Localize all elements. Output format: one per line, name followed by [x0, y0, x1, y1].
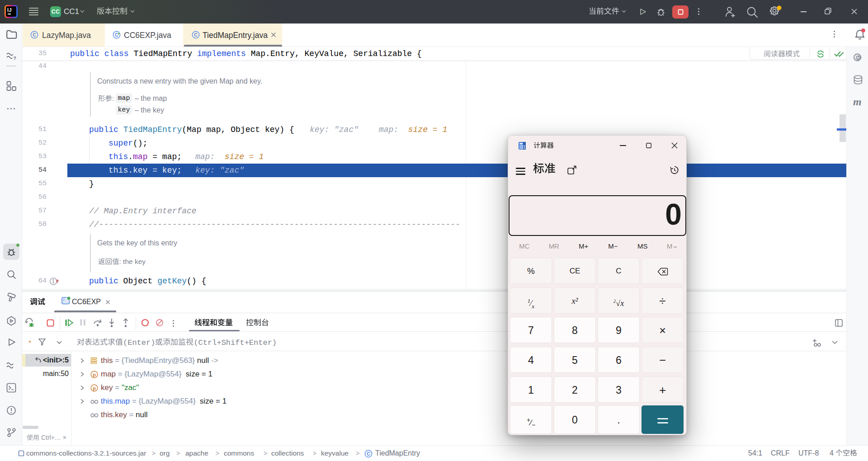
svg-text:C: C	[33, 32, 36, 38]
svg-text:p: p	[93, 372, 96, 377]
svg-text:C: C	[194, 32, 198, 38]
svg-text:?: ?	[13, 56, 16, 61]
svg-text:p: p	[93, 386, 96, 391]
svg-text:C: C	[367, 451, 370, 456]
